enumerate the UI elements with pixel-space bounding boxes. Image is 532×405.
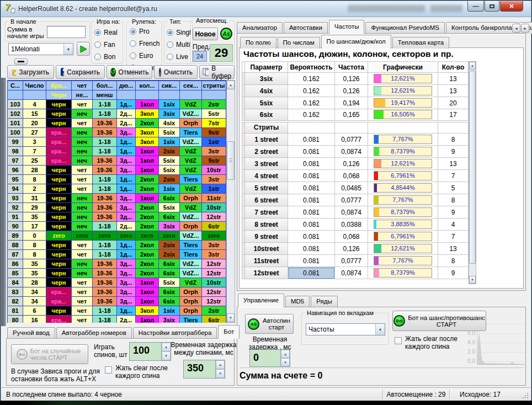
- spin-attr-cell[interactable]: Tiers: [180, 128, 202, 137]
- scrollbar-thumb[interactable]: [227, 141, 235, 180]
- spin-index-cell[interactable]: 82: [8, 297, 23, 306]
- spin-attr-cell[interactable]: 1-18: [93, 137, 117, 147]
- probability-cell[interactable]: 0.162: [288, 109, 335, 121]
- count-cell[interactable]: 8: [438, 194, 469, 206]
- column-header[interactable]: Параметр: [245, 62, 288, 73]
- probability-cell[interactable]: 0.081: [288, 219, 335, 231]
- spin-attr-cell[interactable]: чет: [72, 175, 93, 184]
- spin-number-cell[interactable]: 35: [23, 269, 46, 278]
- spin-attr-cell[interactable]: 1str: [202, 184, 226, 194]
- column-header[interactable]: [202, 90, 226, 100]
- column-header[interactable]: [159, 90, 180, 100]
- spin-attr-cell[interactable]: VdZ...: [180, 212, 202, 222]
- radio-icon[interactable]: [94, 54, 101, 60]
- spin-index-cell[interactable]: 87: [8, 250, 23, 259]
- spin-attr-cell[interactable]: 3д...: [117, 156, 136, 166]
- spin-attr-cell[interactable]: 2str: [202, 100, 226, 109]
- spin-attr-cell[interactable]: Tiers: [180, 250, 202, 259]
- spin-attr-cell[interactable]: 3str: [202, 241, 226, 250]
- freq-scrollbar[interactable]: ▲ ▼: [469, 61, 476, 284]
- spin-attr-cell[interactable]: чет: [72, 250, 93, 259]
- spin-number-cell[interactable]: 28: [23, 166, 46, 175]
- spin-attr-cell[interactable]: 2str: [202, 306, 226, 316]
- column-header[interactable]: Кол-во: [438, 62, 469, 73]
- spin-attr-cell[interactable]: 1six: [159, 100, 180, 109]
- spin-attr-cell[interactable]: 1six: [159, 306, 180, 316]
- spin-attr-cell[interactable]: 1кол: [136, 156, 159, 166]
- column-header[interactable]: бол...: [93, 81, 117, 90]
- spin-index-cell[interactable]: 97: [8, 156, 23, 166]
- frequency-cell[interactable]: 0,126: [335, 85, 368, 97]
- param-cell[interactable]: 7 street: [245, 206, 288, 219]
- count-cell[interactable]: 7: [438, 231, 469, 243]
- spin-attr-cell[interactable]: 5six: [159, 156, 180, 166]
- spin-number-cell[interactable]: 34: [23, 297, 46, 306]
- spin-index-cell[interactable]: 95: [8, 175, 23, 184]
- spin-number-cell[interactable]: 35: [23, 259, 46, 269]
- spin-attr-cell[interactable]: 2six: [159, 175, 180, 184]
- spin-attr-cell[interactable]: кра...: [46, 137, 72, 147]
- tab-scroll-right-icon[interactable]: ►: [521, 24, 529, 33]
- spin-attr-cell[interactable]: 6str: [202, 316, 226, 323]
- spin-attr-cell[interactable]: 1-18: [93, 184, 117, 194]
- param-cell[interactable]: 8 street: [245, 219, 288, 231]
- spin-attr-cell[interactable]: 6str: [202, 222, 226, 231]
- spin-attr-cell[interactable]: 2кол: [136, 250, 159, 259]
- frequency-cell[interactable]: 0,126: [335, 73, 368, 85]
- spin-attr-cell[interactable]: Orph: [180, 287, 202, 297]
- spin-attr-cell[interactable]: 12str: [202, 212, 226, 222]
- spin-attr-cell[interactable]: 2кол: [136, 203, 159, 212]
- radio-icon[interactable]: [94, 29, 101, 36]
- spin-attr-cell[interactable]: черн: [46, 109, 72, 119]
- frequency-cell[interactable]: 0,068: [335, 170, 368, 182]
- spins-count-stepper[interactable]: 100 ▲▼: [129, 342, 171, 361]
- radio-option-Euro[interactable]: Euro: [130, 50, 161, 62]
- stepper-down-icon[interactable]: ▼: [162, 351, 171, 360]
- spin-attr-cell[interactable]: VdZ: [180, 203, 202, 212]
- spin-attr-cell[interactable]: кра...: [46, 316, 72, 323]
- spin-attr-cell[interactable]: 2кол: [136, 212, 159, 222]
- radio-option-Real[interactable]: Real: [94, 26, 123, 39]
- spin-index-cell[interactable]: 81: [8, 306, 23, 316]
- count-cell[interactable]: 7: [438, 170, 469, 182]
- spin-attr-cell[interactable]: 12str: [202, 259, 226, 269]
- column-header[interactable]: [180, 90, 202, 100]
- count-cell[interactable]: 17: [438, 109, 469, 121]
- spin-attr-cell[interactable]: 19-36: [93, 166, 117, 175]
- spin-attr-cell[interactable]: неч: [72, 212, 93, 222]
- scrollbar-thumb[interactable]: [469, 71, 476, 264]
- spin-attr-cell[interactable]: 19-36: [93, 259, 117, 269]
- radio-option-Fan[interactable]: Fan: [94, 39, 123, 51]
- frequency-cell[interactable]: 0,0777: [335, 255, 368, 267]
- param-cell[interactable]: 6 street: [245, 194, 288, 206]
- chance-bot-start-button[interactable]: Bot Бот на шанс/противошанс СТАРТ: [392, 311, 486, 331]
- spin-number-cell[interactable]: 4: [23, 100, 46, 109]
- chevron-down-icon[interactable]: ▼: [375, 324, 385, 335]
- tab-main-Автоставки[interactable]: Автоставки: [284, 22, 328, 34]
- tab-main-Анализатор[interactable]: Анализатор: [237, 22, 283, 34]
- spin-attr-cell[interactable]: 19-36: [93, 212, 117, 222]
- spin-attr-cell[interactable]: черн: [46, 259, 72, 269]
- spin-number-cell[interactable]: 17: [23, 222, 46, 231]
- spin-attr-cell[interactable]: черн: [46, 306, 72, 316]
- spin-attr-cell[interactable]: черн: [46, 175, 72, 184]
- spin-attr-cell[interactable]: 1д...: [117, 147, 136, 156]
- stepper-down-icon[interactable]: ▼: [281, 358, 290, 366]
- spin-index-cell[interactable]: 99: [8, 137, 23, 147]
- column-header[interactable]: Графически: [368, 62, 438, 73]
- param-cell[interactable]: 4six: [245, 85, 288, 97]
- spin-attr-cell[interactable]: 1-18: [93, 100, 117, 109]
- spin-attr-cell[interactable]: 1д...: [117, 184, 136, 194]
- spin-attr-cell[interactable]: 1-18: [93, 316, 117, 323]
- spin-attr-cell[interactable]: черн: [46, 269, 72, 278]
- spin-attr-cell[interactable]: 3д...: [117, 269, 136, 278]
- radio-icon[interactable]: [130, 52, 136, 59]
- spin-index-cell[interactable]: 93: [8, 194, 23, 203]
- spin-number-cell[interactable]: 8: [23, 175, 46, 184]
- spin-attr-cell[interactable]: 3кол: [136, 128, 159, 137]
- spin-attr-cell[interactable]: черн: [46, 222, 72, 231]
- count-cell[interactable]: 13: [438, 158, 469, 170]
- spin-attr-cell[interactable]: 1д...: [117, 250, 136, 259]
- spin-attr-cell[interactable]: VdZ...: [180, 231, 202, 241]
- spin-attr-cell[interactable]: неч: [72, 128, 93, 137]
